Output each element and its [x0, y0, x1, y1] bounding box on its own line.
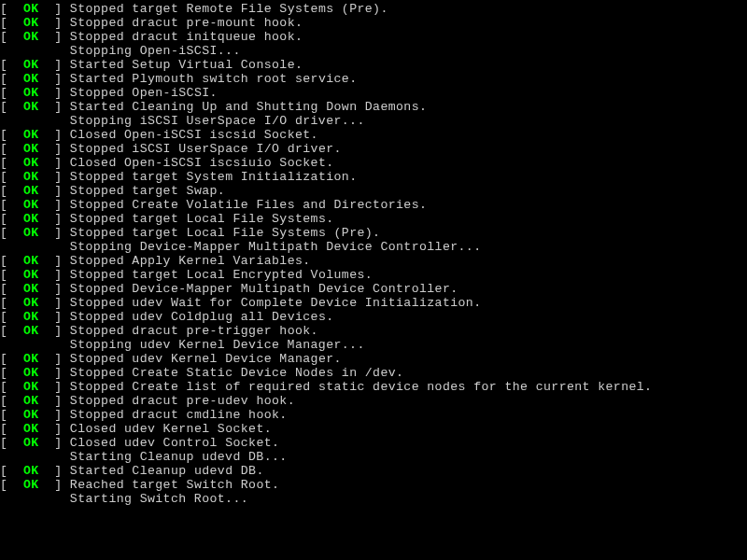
bracket-right: ]: [39, 142, 70, 156]
bracket-left: [: [0, 2, 23, 16]
bracket-right: ]: [39, 310, 70, 324]
boot-log-line: [ OK ] Started Cleaning Up and Shutting …: [0, 100, 747, 114]
boot-log-line: [ OK ] Stopped target Local Encrypted Vo…: [0, 268, 747, 282]
bracket-left: [: [0, 394, 23, 408]
log-message: Stopped udev Kernel Device Manager.: [70, 352, 342, 366]
indent: [0, 338, 70, 352]
bracket-left: [: [0, 464, 23, 478]
boot-log-line: [ OK ] Reached target Switch Root.: [0, 478, 747, 492]
status-ok: OK: [23, 156, 39, 170]
log-message: Stopped Open-iSCSI.: [70, 86, 218, 100]
boot-log-line: [ OK ] Started Plymouth switch root serv…: [0, 72, 747, 86]
boot-log-line: [ OK ] Started Setup Virtual Console.: [0, 58, 747, 72]
bracket-right: ]: [39, 2, 70, 16]
bracket-left: [: [0, 324, 23, 338]
bracket-left: [: [0, 58, 23, 72]
status-ok: OK: [23, 394, 39, 408]
bracket-right: ]: [39, 422, 70, 436]
boot-log-line: [ OK ] Stopped dracut cmdline hook.: [0, 408, 747, 422]
boot-log-line: [ OK ] Closed udev Kernel Socket.: [0, 422, 747, 436]
bracket-left: [: [0, 198, 23, 212]
log-message: Stopped Create Static Device Nodes in /d…: [70, 366, 404, 380]
status-ok: OK: [23, 86, 39, 100]
boot-log-line: [ OK ] Stopped udev Coldplug all Devices…: [0, 310, 747, 324]
bracket-right: ]: [39, 16, 70, 30]
boot-log-line: Stopping iSCSI UserSpace I/O driver...: [0, 114, 747, 128]
log-message: Stopped Apply Kernel Variables.: [70, 254, 311, 268]
status-ok: OK: [23, 408, 39, 422]
bracket-right: ]: [39, 352, 70, 366]
bracket-right: ]: [39, 30, 70, 44]
log-message: Stopped target Local File Systems.: [70, 212, 334, 226]
log-message: Started Cleanup udevd DB.: [70, 464, 264, 478]
bracket-left: [: [0, 30, 23, 44]
log-message: Stopped udev Coldplug all Devices.: [70, 310, 334, 324]
boot-log-line: Stopping Open-iSCSI...: [0, 44, 747, 58]
status-ok: OK: [23, 310, 39, 324]
bracket-left: [: [0, 142, 23, 156]
bracket-left: [: [0, 156, 23, 170]
log-message: Closed Open-iSCSI iscsid Socket.: [70, 128, 318, 142]
log-message: Stopped target Remote File Systems (Pre)…: [70, 2, 388, 16]
status-ok: OK: [23, 72, 39, 86]
bracket-left: [: [0, 408, 23, 422]
boot-log-line: [ OK ] Closed udev Control Socket.: [0, 436, 747, 450]
log-message: Stopped udev Wait for Complete Device In…: [70, 296, 482, 310]
log-message: Stopped Device-Mapper Multipath Device C…: [70, 282, 458, 296]
bracket-right: ]: [39, 464, 70, 478]
indent: [0, 492, 70, 506]
bracket-left: [: [0, 352, 23, 366]
log-message: Starting Switch Root...: [70, 492, 248, 506]
status-ok: OK: [23, 268, 39, 282]
log-message: Started Cleaning Up and Shutting Down Da…: [70, 100, 427, 114]
bracket-right: ]: [39, 86, 70, 100]
log-message: Started Setup Virtual Console.: [70, 58, 303, 72]
boot-log-line: [ OK ] Stopped Create Static Device Node…: [0, 366, 747, 380]
bracket-right: ]: [39, 128, 70, 142]
status-ok: OK: [23, 464, 39, 478]
boot-log-line: [ OK ] Stopped dracut pre-udev hook.: [0, 394, 747, 408]
status-ok: OK: [23, 142, 39, 156]
status-ok: OK: [23, 16, 39, 30]
log-message: Stopped dracut pre-mount hook.: [70, 16, 303, 30]
status-ok: OK: [23, 422, 39, 436]
bracket-left: [: [0, 212, 23, 226]
boot-log-line: [ OK ] Stopped iSCSI UserSpace I/O drive…: [0, 142, 747, 156]
bracket-left: [: [0, 296, 23, 310]
log-message: Stopped dracut initqueue hook.: [70, 30, 303, 44]
status-ok: OK: [23, 324, 39, 338]
bracket-left: [: [0, 422, 23, 436]
log-message: Stopping udev Kernel Device Manager...: [70, 338, 365, 352]
bracket-right: ]: [39, 198, 70, 212]
boot-log-line: [ OK ] Stopped Create list of required s…: [0, 380, 747, 394]
bracket-left: [: [0, 282, 23, 296]
bracket-right: ]: [39, 72, 70, 86]
boot-log-line: [ OK ] Stopped Device-Mapper Multipath D…: [0, 282, 747, 296]
boot-log-line: [ OK ] Stopped udev Wait for Complete De…: [0, 296, 747, 310]
status-ok: OK: [23, 58, 39, 72]
log-message: Stopping Open-iSCSI...: [70, 44, 241, 58]
status-ok: OK: [23, 226, 39, 240]
bracket-left: [: [0, 100, 23, 114]
status-ok: OK: [23, 436, 39, 450]
log-message: Closed udev Control Socket.: [70, 436, 279, 450]
bracket-left: [: [0, 128, 23, 142]
boot-log-line: Starting Cleanup udevd DB...: [0, 450, 747, 464]
bracket-right: ]: [39, 226, 70, 240]
bracket-left: [: [0, 170, 23, 184]
boot-log-line: Starting Switch Root...: [0, 492, 747, 506]
status-ok: OK: [23, 30, 39, 44]
boot-log-line: [ OK ] Stopped dracut pre-trigger hook.: [0, 324, 747, 338]
bracket-right: ]: [39, 436, 70, 450]
bracket-left: [: [0, 380, 23, 394]
bracket-right: ]: [39, 212, 70, 226]
bracket-left: [: [0, 86, 23, 100]
boot-console: [ OK ] Stopped target Remote File System…: [0, 2, 747, 506]
log-message: Stopped Create list of required static d…: [70, 380, 653, 394]
bracket-right: ]: [39, 156, 70, 170]
bracket-left: [: [0, 16, 23, 30]
log-message: Stopped dracut pre-trigger hook.: [70, 324, 318, 338]
status-ok: OK: [23, 184, 39, 198]
log-message: Stopping Device-Mapper Multipath Device …: [70, 240, 482, 254]
boot-log-line: [ OK ] Stopped Apply Kernel Variables.: [0, 254, 747, 268]
